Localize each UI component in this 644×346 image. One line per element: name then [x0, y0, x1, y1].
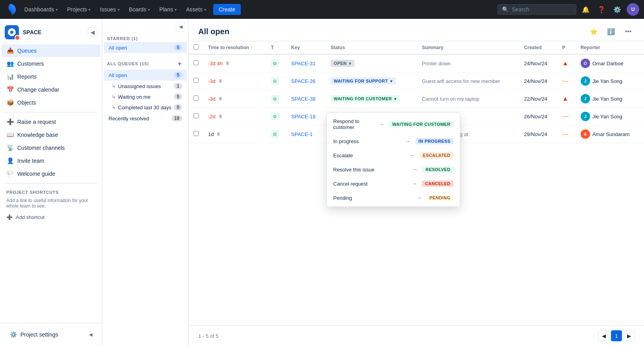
status-badge[interactable]: OPEN▾: [330, 60, 354, 67]
status-badge[interactable]: WAITING FOR CUSTOMER▾: [330, 95, 399, 102]
sidebar-item-queues[interactable]: 📥 Queues: [2, 44, 100, 57]
sidebar-item-invite-team[interactable]: 👤 Invite team: [2, 155, 100, 167]
row-checkbox[interactable]: [194, 78, 199, 83]
status-dropdown-item[interactable]: In progress → IN PROGRESS: [327, 134, 460, 148]
starred-queue-all-open[interactable]: All open 5: [104, 42, 187, 53]
nav-projects[interactable]: Projects ▾: [63, 5, 95, 14]
queue-count-badge: 5: [174, 94, 182, 100]
queue-all-open[interactable]: All open 5: [104, 70, 187, 81]
queue-recently-resolved[interactable]: Recently resolved 19: [104, 113, 187, 124]
add-queue-button[interactable]: +: [176, 60, 184, 68]
col-reporter[interactable]: Reporter: [576, 41, 644, 54]
summary-text: Guest wifi access for new member: [422, 78, 500, 84]
reporter-cell: J Jie Yan Song: [576, 90, 644, 108]
col-key[interactable]: Key: [286, 41, 326, 54]
col-created[interactable]: Created: [519, 41, 557, 54]
collapse-panel-button[interactable]: ◀: [176, 22, 185, 31]
nav-assets[interactable]: Assets ▾: [182, 5, 210, 14]
nav-boards[interactable]: Boards ▾: [125, 5, 154, 14]
priority-high-icon: ▲: [562, 95, 568, 102]
page-1-button[interactable]: 1: [611, 330, 622, 341]
status-badge[interactable]: WAITING FOR SUPPORT▾: [330, 77, 395, 85]
status-cell[interactable]: WAITING FOR SUPPORT▾: [326, 72, 417, 90]
reporter-cell: O Omar Darboe: [576, 54, 644, 72]
row-checkbox[interactable]: [194, 113, 199, 118]
help-button[interactable]: ❓: [595, 3, 608, 16]
row-checkbox[interactable]: [194, 131, 199, 136]
indent-icon: ↳: [112, 94, 116, 99]
time-value: 1d: [208, 131, 214, 137]
next-page-button[interactable]: ▶: [624, 330, 635, 341]
time-value: -3d: [208, 96, 216, 102]
user-avatar[interactable]: U: [627, 3, 639, 16]
dropdown-target-badge: ESCALATED: [420, 152, 454, 158]
issue-key-cell[interactable]: SPACE-31: [286, 54, 326, 72]
status-cell[interactable]: OPEN▾: [326, 54, 417, 72]
create-button[interactable]: Create: [213, 4, 241, 15]
table-row[interactable]: -3d ⏸ ⊙ SPACE-26 WAITING FOR SUPPORT▾ Gu…: [189, 72, 644, 90]
chevron-down-icon: ▾: [89, 7, 90, 12]
dropdown-item-label: Cancel request: [333, 181, 407, 187]
page-buttons: ◀ 1 ▶: [598, 330, 635, 341]
table-row[interactable]: -3d ⏸ ⊙ SPACE-38 WAITING FOR CUSTOMER▾ C…: [189, 90, 644, 108]
reporter-avatar: J: [581, 112, 590, 121]
status-cell[interactable]: WAITING FOR CUSTOMER▾: [326, 90, 417, 108]
row-checkbox[interactable]: [194, 60, 199, 65]
sort-asc-icon: ↑: [250, 45, 253, 50]
status-dropdown-item[interactable]: Pending → PENDING: [327, 191, 460, 205]
info-button[interactable]: ℹ️: [605, 25, 617, 38]
status-dropdown-item[interactable]: Resolve this issue → RESOLVED: [327, 162, 460, 177]
type-cell: ⊙: [266, 72, 286, 90]
sidebar-item-welcome-guide[interactable]: 🏳️ Welcome guide: [2, 167, 100, 180]
queue-waiting-on-me[interactable]: ↳ Waiting on me 5: [104, 92, 187, 102]
dropdown-item-label: Pending: [333, 195, 411, 201]
search-box[interactable]: 🔍: [498, 4, 576, 15]
priority-medium-icon: —: [562, 131, 568, 137]
settings-icon: ⚙️: [9, 331, 17, 338]
issue-key-cell[interactable]: SPACE-26: [286, 72, 326, 90]
col-time-to-resolution[interactable]: Time to resolution ↑: [203, 41, 266, 54]
sidebar-item-knowledge-base[interactable]: 📖 Knowledge base: [2, 129, 100, 141]
table-row[interactable]: -3d 4h ⏸ ⊙ SPACE-31 OPEN▾ Printer down 2…: [189, 54, 644, 72]
flag-icon: 🏳️: [6, 170, 14, 177]
settings-button[interactable]: ⚙️: [611, 3, 624, 16]
sidebar-item-reports[interactable]: 📊 Reports: [2, 70, 100, 83]
notifications-button[interactable]: 🔔: [579, 3, 592, 16]
sidebar-item-raise-request[interactable]: ➕ Raise a request: [2, 116, 100, 128]
issue-key-cell[interactable]: SPACE-1: [286, 125, 326, 143]
col-type[interactable]: T: [266, 41, 286, 54]
status-dropdown-item[interactable]: Respond to customer → WAITING FOR CUSTOM…: [327, 114, 460, 134]
sidebar-collapse-button[interactable]: ◀: [88, 28, 97, 37]
page-title: All open: [198, 27, 583, 36]
queue-completed-last-30[interactable]: ↳ Completed last 30 days 0: [104, 102, 187, 112]
dropdown-target-badge: CANCELED: [422, 180, 454, 187]
nav-dashboards[interactable]: Dashboards ▾: [20, 5, 62, 14]
all-queues-section: ALL QUEUES (15) + All open 5 ↳ Unassigne…: [102, 57, 188, 124]
issue-key-cell[interactable]: SPACE-38: [286, 90, 326, 108]
col-summary[interactable]: Summary: [417, 41, 520, 54]
col-status[interactable]: Status: [326, 41, 417, 54]
add-shortcut-button[interactable]: ➕ Add shortcut: [0, 212, 102, 223]
priority-cell: ▲: [557, 54, 576, 72]
col-priority[interactable]: P: [557, 41, 576, 54]
issue-key-cell[interactable]: SPACE-18: [286, 108, 326, 125]
dropdown-target-badge: RESOLVED: [423, 166, 454, 173]
search-input[interactable]: [512, 6, 563, 13]
status-dropdown-item[interactable]: Cancel request → CANCELED: [327, 177, 460, 191]
prev-page-button[interactable]: ◀: [598, 330, 609, 341]
nav-issues[interactable]: Issues ▾: [96, 5, 123, 14]
type-cell: ⊙: [266, 125, 286, 143]
app-logo[interactable]: [5, 4, 16, 15]
sidebar-item-objects[interactable]: 📦 Objects: [2, 96, 100, 109]
nav-plans[interactable]: Plans ▾: [155, 5, 181, 14]
project-settings-button[interactable]: ⚙️ Project settings ◀: [5, 328, 97, 341]
more-actions-button[interactable]: •••: [622, 25, 635, 38]
queue-unassigned-issues[interactable]: ↳ Unassigned issues 1: [104, 81, 187, 91]
sidebar-item-customers[interactable]: 👥 Customers: [2, 57, 100, 70]
status-dropdown-item[interactable]: Escalate → ESCALATED: [327, 148, 460, 162]
star-button[interactable]: ⭐: [587, 25, 600, 38]
row-checkbox[interactable]: [194, 96, 199, 101]
select-all-checkbox[interactable]: [194, 44, 199, 50]
sidebar-item-calendar[interactable]: 📅 Change calendar: [2, 83, 100, 96]
sidebar-item-customer-channels[interactable]: 📡 Customer channels: [2, 142, 100, 154]
